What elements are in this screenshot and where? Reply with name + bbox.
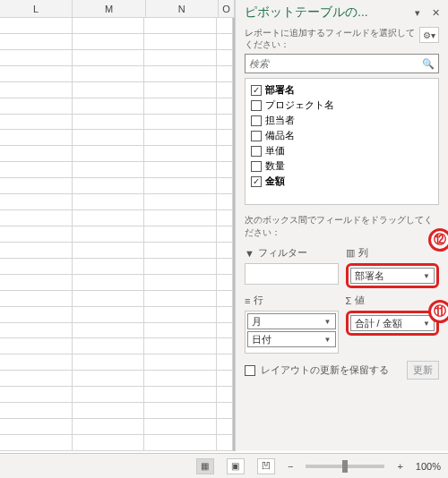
search-field[interactable] xyxy=(249,58,422,69)
values-dropzone[interactable]: 合計 / 金額▼ xyxy=(346,311,440,336)
zoom-in-icon[interactable]: + xyxy=(397,461,402,472)
area-rows: ≡行 月▼ 日付▼ xyxy=(245,294,339,354)
values-icon: Σ xyxy=(346,295,352,306)
close-icon[interactable]: ✕ xyxy=(428,5,443,20)
field-label: 単価 xyxy=(265,144,285,158)
gear-icon[interactable]: ⚙▾ xyxy=(419,27,439,43)
field-item[interactable]: 数量 xyxy=(249,158,438,174)
field-hint: レポートに追加するフィールドを選択してください： xyxy=(245,27,419,50)
spreadsheet-grid[interactable] xyxy=(0,18,235,451)
search-icon[interactable]: 🔍 xyxy=(422,58,435,70)
field-checkbox[interactable] xyxy=(251,161,262,172)
zoom-percent[interactable]: 100% xyxy=(416,461,441,472)
zoom-slider[interactable] xyxy=(306,465,384,468)
chevron-down-icon: ▼ xyxy=(423,320,430,328)
column-chip[interactable]: 部署名▼ xyxy=(350,268,435,284)
filter-dropzone[interactable] xyxy=(245,263,339,285)
rows-dropzone[interactable]: 月▼ 日付▼ xyxy=(245,311,339,354)
field-label: 担当者 xyxy=(265,114,295,127)
columns-dropzone[interactable]: 部署名▼ xyxy=(346,263,440,288)
chevron-down-icon: ▼ xyxy=(324,336,332,344)
callout-12: ⑫ xyxy=(428,228,448,252)
area-values: Σ値 合計 / 金額▼ xyxy=(346,294,440,354)
field-label: 金額 xyxy=(265,175,285,188)
field-item[interactable]: 単価 xyxy=(249,143,438,158)
callout-11: ⑪ xyxy=(428,300,448,323)
field-checkbox[interactable] xyxy=(251,115,262,126)
field-item[interactable]: 担当者 xyxy=(249,113,438,128)
rows-icon: ≡ xyxy=(245,295,250,306)
search-input[interactable]: 🔍 xyxy=(245,54,439,73)
chevron-down-icon: ▼ xyxy=(423,272,430,280)
pane-title: ピボットテーブルの... xyxy=(245,4,407,21)
field-list[interactable]: 部署名プロジェクト名担当者備品名単価数量金額 xyxy=(245,78,439,205)
defer-checkbox[interactable] xyxy=(245,365,255,376)
refresh-button[interactable]: 更新 xyxy=(407,361,439,380)
field-checkbox[interactable] xyxy=(251,100,262,111)
column-headers: L M N O xyxy=(0,0,235,18)
view-normal-icon[interactable]: ▦ xyxy=(196,458,214,474)
field-checkbox[interactable] xyxy=(251,131,262,141)
field-item[interactable]: 部署名 xyxy=(249,82,438,98)
field-label: プロジェクト名 xyxy=(265,98,334,112)
chevron-down-icon: ▼ xyxy=(324,318,332,326)
col-M[interactable]: M xyxy=(73,0,145,17)
field-checkbox[interactable] xyxy=(251,85,262,96)
view-break-icon[interactable]: 凹 xyxy=(257,458,275,474)
row-chip[interactable]: 月▼ xyxy=(247,313,336,329)
col-N[interactable]: N xyxy=(146,0,219,17)
field-item[interactable]: 金額 xyxy=(249,174,438,189)
defer-label: レイアウトの更新を保留する xyxy=(261,363,401,377)
drag-hint: 次のボックス間でフィールドをドラッグしてください： xyxy=(236,205,448,246)
field-checkbox[interactable] xyxy=(251,176,262,187)
zoom-out-icon[interactable]: − xyxy=(288,461,293,472)
pane-menu-icon[interactable]: ▾ xyxy=(410,5,425,20)
field-label: 部署名 xyxy=(265,83,295,97)
columns-icon: ▥ xyxy=(346,247,355,259)
pivot-fields-pane: ピボットテーブルの... ▾ ✕ レポートに追加するフィールドを選択してください… xyxy=(235,0,448,451)
field-item[interactable]: プロジェクト名 xyxy=(249,98,438,113)
col-O[interactable]: O xyxy=(219,0,235,17)
status-bar: ▦ ▣ 凹 − + 100% xyxy=(0,453,448,478)
area-columns: ▥列 部署名▼ xyxy=(346,246,440,288)
value-chip[interactable]: 合計 / 金額▼ xyxy=(350,315,435,331)
field-label: 数量 xyxy=(265,159,285,173)
field-checkbox[interactable] xyxy=(251,146,262,157)
field-item[interactable]: 備品名 xyxy=(249,128,438,143)
filter-icon: ▼ xyxy=(245,248,254,259)
area-filter: ▼フィルター xyxy=(245,246,339,288)
col-L[interactable]: L xyxy=(0,0,73,17)
view-page-icon[interactable]: ▣ xyxy=(227,458,245,474)
field-label: 備品名 xyxy=(265,129,295,142)
row-chip[interactable]: 日付▼ xyxy=(247,331,336,347)
